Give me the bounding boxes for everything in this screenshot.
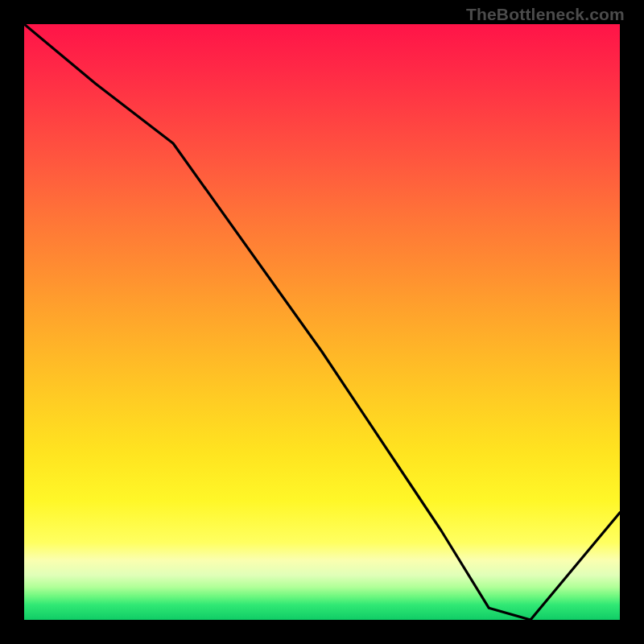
bottleneck-curve: [24, 24, 620, 620]
curve-layer: [24, 24, 620, 620]
watermark-text: TheBottleneck.com: [466, 5, 625, 24]
chart-container: TheBottleneck.com: [0, 0, 644, 644]
plot-area: [24, 24, 620, 620]
